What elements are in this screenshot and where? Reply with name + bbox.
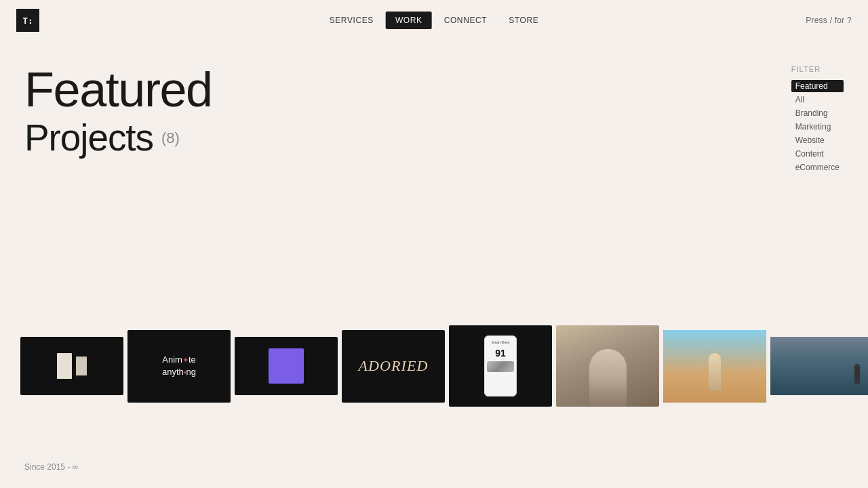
purple-square-visual <box>269 348 304 384</box>
filter-panel: FILTER Featured All Branding Marketing W… <box>791 65 844 174</box>
portrait-image <box>556 325 659 407</box>
ocean-image <box>770 337 868 395</box>
footer: Since 2015 - ∞ <box>24 462 78 472</box>
beach-image <box>663 330 766 403</box>
filter-item-featured[interactable]: Featured <box>791 80 844 92</box>
projects-count: (8) <box>161 129 180 147</box>
project-card-8[interactable] <box>770 337 868 395</box>
package-box-tall <box>57 353 72 379</box>
project-card-6[interactable] <box>556 325 659 407</box>
filter-item-content[interactable]: Content <box>791 148 844 160</box>
portrait-person <box>589 349 627 407</box>
projects-row: Projects (8) <box>24 119 844 157</box>
star-icon: ✦ <box>182 356 189 364</box>
package-box-small <box>76 357 87 375</box>
projects-carousel: Anim✦te anyth•ng ADORIED Smart Drive 91 <box>0 325 868 407</box>
card-5-content: Smart Drive 91 <box>449 325 552 407</box>
press-hint: Press / for ? <box>806 16 852 25</box>
project-card-2[interactable]: Anim✦te anyth•ng <box>127 330 231 403</box>
filter-title: FILTER <box>791 65 844 73</box>
filter-item-website[interactable]: Website <box>791 134 844 146</box>
logo[interactable]: T: <box>16 9 39 32</box>
card-4-content: ADORIED <box>342 330 445 403</box>
project-card-7[interactable] <box>663 330 766 403</box>
footer-text: Since 2015 - ∞ <box>24 462 78 472</box>
phone-screen-header: Smart Drive <box>492 340 509 345</box>
filter-list: Featured All Branding Marketing Website … <box>791 80 844 174</box>
phone-mockup: Smart Drive 91 <box>484 336 517 396</box>
filter-item-marketing[interactable]: Marketing <box>791 121 844 133</box>
phone-number: 91 <box>495 348 506 359</box>
animate-text-line2: anyth•ng <box>162 366 196 378</box>
project-card-4[interactable]: ADORIED <box>342 330 445 403</box>
projects-heading: Projects <box>24 119 153 157</box>
featured-heading: Featured <box>24 65 844 114</box>
card-1-content <box>20 337 123 395</box>
card-2-text: Anim✦te anyth•ng <box>162 354 196 378</box>
project-card-1[interactable] <box>20 337 123 395</box>
card-3-content <box>235 337 338 395</box>
filter-item-branding[interactable]: Branding <box>791 107 844 119</box>
header: T: SERVICES WORK CONNECT STORE Press / f… <box>0 0 868 41</box>
star-icon-2: • <box>184 368 186 376</box>
main-nav: SERVICES WORK CONNECT STORE <box>320 12 549 29</box>
nav-item-store[interactable]: STORE <box>499 12 548 29</box>
nav-item-work[interactable]: WORK <box>386 12 432 29</box>
project-card-3[interactable] <box>235 337 338 395</box>
surfer-figure <box>854 364 860 384</box>
card-7-content <box>663 330 766 403</box>
filter-item-all[interactable]: All <box>791 94 844 106</box>
main-content: Featured Projects (8) FILTER Featured Al… <box>0 41 868 157</box>
car-image <box>487 361 514 372</box>
card-2-content: Anim✦te anyth•ng <box>127 330 231 403</box>
beach-person <box>709 353 721 390</box>
animate-text-line1: Anim✦te <box>162 354 196 366</box>
project-card-5[interactable]: Smart Drive 91 <box>449 325 552 407</box>
adorned-text: ADORIED <box>358 357 428 375</box>
filter-item-ecommerce[interactable]: eCommerce <box>791 161 844 174</box>
nav-item-services[interactable]: SERVICES <box>320 12 383 29</box>
nav-item-connect[interactable]: CONNECT <box>435 12 497 29</box>
card-8-content <box>770 337 868 395</box>
